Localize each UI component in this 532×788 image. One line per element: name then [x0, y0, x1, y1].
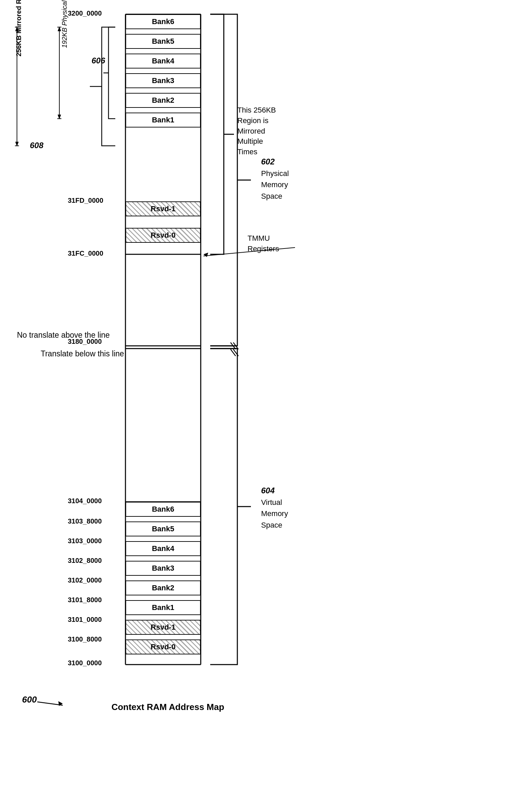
label-604: 604 VirtualMemorySpace [261, 485, 288, 531]
phys-bank3: Bank3 [125, 73, 201, 88]
phys-bank1: Bank1 [125, 113, 201, 127]
virt-bank6: Bank6 [125, 502, 201, 517]
addr-3103-0000: 3103_0000 [68, 537, 102, 545]
label-606: 606 [92, 56, 105, 65]
addr-3101-0000: 3101_0000 [68, 616, 102, 624]
virt-bank3: Bank3 [125, 561, 201, 576]
addr-3200-0000: 3200_0000 [68, 9, 102, 17]
phys-rsvd1: Rsvd-1 [125, 201, 201, 216]
label-608: 608 [30, 141, 43, 150]
svg-line-21 [233, 342, 238, 349]
virt-bank1: Bank1 [125, 600, 201, 615]
svg-marker-15 [203, 253, 208, 257]
addr-3101-8000: 3101_8000 [68, 596, 102, 604]
translate-below-label: Translate below this line [41, 349, 124, 358]
phys-bank2: Bank2 [125, 93, 201, 108]
virt-rsvd0: Rsvd-0 [125, 639, 201, 654]
label-600: 600 [22, 694, 37, 705]
label-602: 602 PhysicalMemorySpace [261, 156, 289, 202]
no-translate-label: No translate above the line [17, 331, 110, 340]
addr-31fc-0000: 31FC_0000 [68, 250, 103, 257]
virt-rsvd1: Rsvd-1 [125, 620, 201, 635]
phys-bank4: Bank4 [125, 54, 201, 68]
virt-bank4: Bank4 [125, 541, 201, 556]
svg-line-20 [231, 342, 236, 349]
phys-bank5: Bank5 [125, 34, 201, 49]
addr-3104-0000: 3104_0000 [68, 497, 102, 505]
addr-3100-8000: 3100_8000 [68, 635, 102, 643]
phys-bank6: Bank6 [125, 14, 201, 29]
addr-3102-8000: 3102_8000 [68, 557, 102, 565]
phys-rsvd0: Rsvd-0 [125, 228, 201, 243]
svg-line-22 [231, 349, 236, 356]
diagram-title: Context RAM Address Map [109, 702, 227, 712]
svg-line-23 [233, 349, 238, 356]
svg-marker-33 [58, 115, 61, 119]
addr-31fd-0000: 31FD_0000 [68, 197, 103, 204]
addr-3100-0000: 3100_0000 [68, 659, 102, 667]
addr-3102-0000: 3102_0000 [68, 576, 102, 584]
addr-3103-8000: 3103_8000 [68, 517, 102, 525]
svg-marker-28 [15, 142, 19, 146]
label-192kb-physical: 192KB Physical Memory [61, 0, 68, 48]
svg-line-16 [37, 702, 63, 705]
mirrored-note: This 256KBRegion isMirroredMultipleTimes [237, 105, 276, 157]
virt-bank2: Bank2 [125, 580, 201, 595]
virt-bank5: Bank5 [125, 521, 201, 536]
label-256kb-mirrored: 256KB Mirrored Region [15, 0, 23, 57]
svg-marker-17 [58, 701, 63, 706]
tmmu-registers-label: TMMURegisters [248, 233, 279, 254]
